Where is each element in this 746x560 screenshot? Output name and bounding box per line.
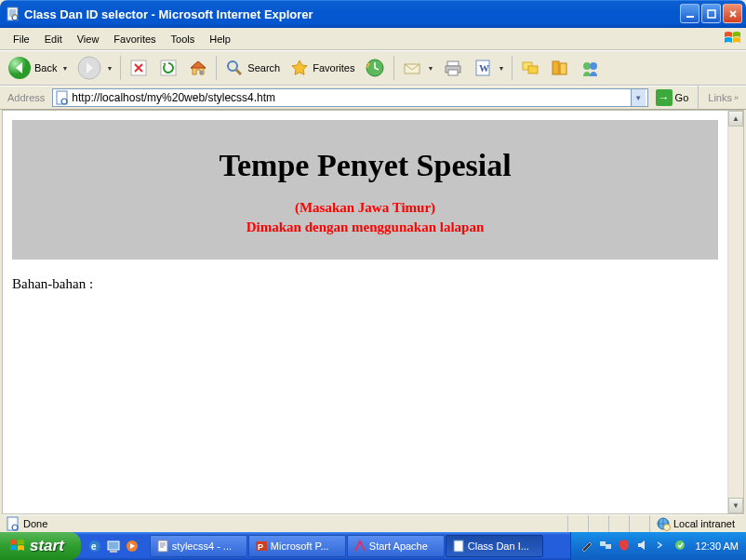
page-icon xyxy=(55,90,70,105)
dropdown-arrow-icon: ▼ xyxy=(106,65,113,72)
usb-tray-icon[interactable] xyxy=(673,539,688,553)
pen-tray-icon[interactable] xyxy=(580,539,595,553)
status-cell xyxy=(567,515,588,532)
scroll-up-arrow[interactable]: ▲ xyxy=(728,111,743,127)
desktop-icon[interactable] xyxy=(105,538,122,554)
history-button[interactable] xyxy=(360,54,390,82)
stop-button[interactable] xyxy=(125,54,153,82)
status-text: Done xyxy=(23,518,47,529)
menu-tools[interactable]: Tools xyxy=(164,31,203,47)
forward-button[interactable]: ▼ xyxy=(73,54,116,82)
scroll-track[interactable] xyxy=(728,127,743,498)
go-button[interactable]: → Go xyxy=(652,88,693,107)
svg-rect-31 xyxy=(158,540,167,552)
toolbar-separator xyxy=(216,56,217,80)
network-tray-icon[interactable] xyxy=(599,539,614,553)
page-header-box: Tempe Penyet Spesial (Masakan Jawa Timur… xyxy=(12,120,718,260)
go-icon: → xyxy=(656,89,673,106)
page-subtitle-1: (Masakan Jawa Timur) xyxy=(21,198,709,218)
toolbar-separator xyxy=(698,86,699,110)
print-button[interactable] xyxy=(439,54,467,82)
links-button[interactable]: Links » xyxy=(704,92,742,103)
taskbar: start e stylecss4 - ... P Microsoft P...… xyxy=(0,532,746,560)
messenger-button[interactable] xyxy=(576,54,604,82)
page-section-label: Bahan-bahan : xyxy=(12,276,718,292)
research-button[interactable] xyxy=(546,54,574,82)
task-label: Microsoft P... xyxy=(271,540,329,552)
intranet-icon xyxy=(656,516,671,531)
menu-view[interactable]: View xyxy=(70,31,107,47)
task-notepad[interactable]: stylecss4 - ... xyxy=(150,535,247,557)
task-buttons: stylecss4 - ... P Microsoft P... Start A… xyxy=(146,535,570,557)
chevron-tray-icon[interactable] xyxy=(655,539,670,553)
svg-point-25 xyxy=(663,525,670,531)
task-powerpoint[interactable]: P Microsoft P... xyxy=(248,535,346,557)
task-label: Start Apache xyxy=(369,540,428,552)
svg-text:P: P xyxy=(258,542,263,552)
window-title: Class Dan ID selector - Microsoft Intern… xyxy=(24,7,313,21)
menu-favorites[interactable]: Favorites xyxy=(106,31,163,47)
window-titlebar: Class Dan ID selector - Microsoft Intern… xyxy=(0,0,746,28)
search-label: Search xyxy=(247,62,280,73)
ie-icon[interactable]: e xyxy=(87,538,103,554)
svg-rect-35 xyxy=(600,541,606,546)
svg-point-37 xyxy=(675,540,685,550)
task-ie-active[interactable]: Class Dan I... xyxy=(446,535,543,557)
search-button[interactable]: Search xyxy=(220,54,284,82)
status-cell xyxy=(588,515,608,532)
discuss-button[interactable] xyxy=(516,54,544,82)
svg-point-8 xyxy=(228,61,237,71)
toolbar-separator xyxy=(120,56,121,80)
windows-flag-icon xyxy=(9,539,26,553)
windows-logo-icon xyxy=(724,30,742,47)
menu-edit[interactable]: Edit xyxy=(37,31,70,47)
start-button[interactable]: start xyxy=(0,532,81,560)
close-button[interactable] xyxy=(723,4,742,23)
minimize-button[interactable] xyxy=(680,4,699,23)
mail-button[interactable]: ▼ xyxy=(398,54,437,82)
dropdown-arrow-icon: ▼ xyxy=(427,65,433,72)
menu-bar: File Edit View Favorites Tools Help xyxy=(0,28,746,50)
start-label: start xyxy=(30,537,64,555)
home-button[interactable] xyxy=(184,54,212,82)
scroll-down-arrow[interactable]: ▼ xyxy=(728,498,743,513)
shield-tray-icon[interactable] xyxy=(618,539,633,553)
task-apache[interactable]: Start Apache xyxy=(347,535,445,557)
navigation-toolbar: Back ▼ ▼ Search Favorites ▼ W ▼ xyxy=(0,50,746,86)
toolbar-separator xyxy=(512,56,513,80)
address-label: Address xyxy=(4,92,48,103)
menu-file[interactable]: File xyxy=(6,31,37,47)
media-player-icon[interactable] xyxy=(124,538,140,554)
svg-rect-29 xyxy=(110,551,117,553)
address-input[interactable] xyxy=(72,91,630,104)
vertical-scrollbar[interactable]: ▲ ▼ xyxy=(727,111,743,513)
back-button[interactable]: Back ▼ xyxy=(4,54,72,82)
ie-page-icon xyxy=(6,7,20,21)
back-label: Back xyxy=(34,62,57,73)
address-input-wrap[interactable]: ▼ xyxy=(52,88,647,107)
zone-label: Local intranet xyxy=(673,518,735,529)
volume-tray-icon[interactable] xyxy=(636,539,651,553)
page-subtitle-2: Dimakan dengan menggunakan lalapan xyxy=(21,218,709,237)
address-bar: Address ▼ → Go Links » xyxy=(0,86,746,110)
svg-rect-34 xyxy=(454,540,463,552)
maximize-button[interactable] xyxy=(701,4,721,23)
status-cell xyxy=(629,515,649,532)
svg-rect-28 xyxy=(108,541,119,550)
svg-rect-2 xyxy=(708,10,715,18)
security-zone[interactable]: Local intranet xyxy=(649,515,740,532)
status-cell xyxy=(608,515,629,532)
dropdown-arrow-icon: ▼ xyxy=(61,65,68,72)
svg-rect-7 xyxy=(200,71,203,74)
taskbar-clock[interactable]: 12:30 AM xyxy=(692,540,739,552)
done-page-icon xyxy=(6,516,20,531)
menu-help[interactable]: Help xyxy=(202,31,238,47)
address-dropdown[interactable]: ▼ xyxy=(631,89,646,106)
svg-rect-11 xyxy=(447,61,459,66)
refresh-button[interactable] xyxy=(154,54,182,82)
favorites-button[interactable]: Favorites xyxy=(286,54,358,82)
svg-rect-19 xyxy=(560,63,566,74)
edit-button[interactable]: W ▼ xyxy=(469,54,508,82)
svg-point-20 xyxy=(583,62,591,70)
svg-point-21 xyxy=(590,62,597,70)
